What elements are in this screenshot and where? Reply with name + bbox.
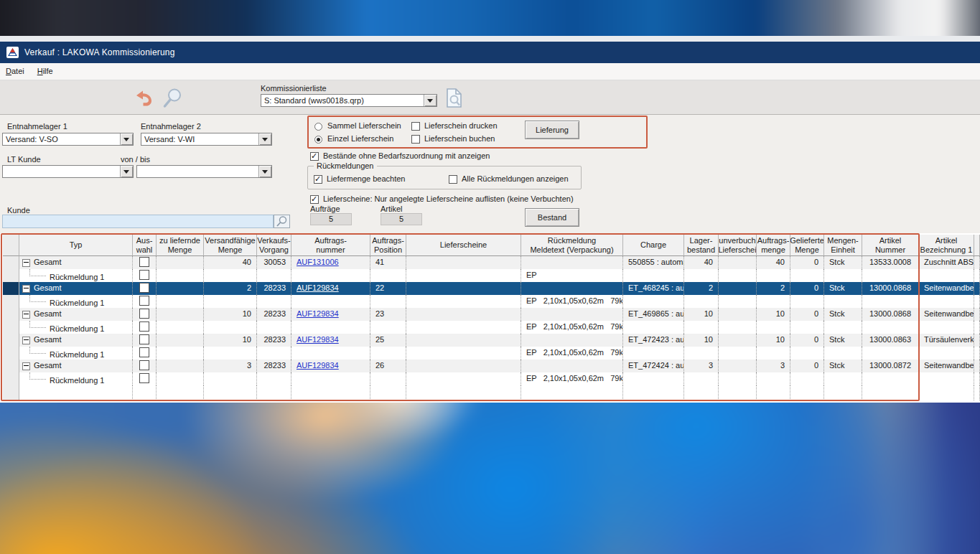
bestand-button[interactable]: Bestand — [525, 208, 579, 227]
kunde-search-button[interactable] — [274, 215, 290, 228]
cell-versand: 3 — [204, 360, 257, 372]
cell-liefers — [406, 372, 521, 385]
order-number-link[interactable]: AUF129834 — [297, 309, 339, 318]
lieferung-button[interactable]: Lieferung — [525, 121, 579, 139]
cell-vorgang — [257, 269, 291, 282]
chevron-down-icon[interactable] — [120, 166, 133, 177]
kommissionierliste-select[interactable]: S: Standard (wws0018s.qrp) — [261, 94, 437, 107]
entnahmelager2-select[interactable]: Versand: V-WI — [141, 133, 272, 146]
cell-pos: 25 — [370, 334, 406, 347]
cell-gutter — [3, 347, 19, 360]
column-header-meldetext[interactable]: Rückmeldung Meldetext (Verpackung) — [521, 235, 623, 256]
alle-rueckmeldungen-checkbox[interactable] — [449, 175, 457, 184]
cell-einheit — [824, 347, 862, 360]
row-checkbox[interactable] — [139, 347, 149, 357]
cell-charge: ET_472423 : auto — [623, 334, 684, 347]
print-preview-icon[interactable] — [445, 88, 464, 110]
undo-icon[interactable] — [134, 90, 154, 108]
cell-pos — [370, 269, 406, 282]
cell-artnr — [862, 321, 919, 334]
column-header-vorgang[interactable]: Verkaufs- Vorgang — [257, 235, 291, 256]
tree-collapse-icon[interactable] — [22, 259, 30, 267]
menu-datei[interactable]: Datei — [0, 65, 32, 78]
tree-collapse-icon[interactable] — [22, 311, 30, 319]
table-row[interactable]: Gesamt228233AUF12983422ET_468245 : auto2… — [3, 282, 980, 295]
filler-cell-versand — [204, 385, 257, 400]
filler-cell-geliefert — [790, 385, 824, 400]
column-header-unverb[interactable]: unverbuch Lieferschei — [719, 235, 757, 256]
einzel-lieferschein-radio[interactable] — [314, 136, 322, 144]
bestaende-checkbox[interactable] — [310, 152, 319, 161]
table-row[interactable]: Gesamt1028233AUF12983423ET_469865 : auto… — [3, 308, 980, 321]
row-checkbox[interactable] — [139, 257, 149, 267]
column-header-geliefert[interactable]: Gelieferte Menge — [790, 235, 824, 256]
lieferschein-drucken-checkbox[interactable] — [411, 122, 420, 131]
cell-lager: 10 — [684, 334, 719, 347]
order-number-link[interactable]: AUF129834 — [297, 361, 339, 370]
filler-cell-unverb — [719, 385, 757, 400]
table-row[interactable]: Rückmeldung 1EP 2,10x1,05x0,62m 79kg — [3, 347, 980, 360]
column-header-zu[interactable]: zu liefernde Menge — [157, 235, 204, 256]
chevron-down-icon[interactable] — [424, 95, 437, 106]
lieferscheine-checkbox[interactable] — [310, 195, 319, 204]
column-header-einheit[interactable]: Mengen- Einheit — [824, 235, 862, 256]
order-number-link[interactable]: AUF131006 — [297, 258, 339, 266]
column-header-auftrag[interactable]: Auftrags- nummer — [291, 235, 370, 256]
column-header-liefers[interactable]: Lieferscheine — [406, 235, 521, 256]
cell-artnr: 13000.0863 — [862, 334, 919, 347]
lt-kunde-von-select[interactable] — [2, 165, 134, 178]
column-header-typ[interactable]: Typ — [19, 235, 133, 256]
column-header-lager[interactable]: Lager- bestand — [684, 235, 719, 256]
table-row[interactable]: Rückmeldung 1EP 2,10x1,05x0,62m 79kg — [3, 321, 980, 334]
menu-hilfe[interactable]: Hilfe — [32, 65, 60, 78]
tree-collapse-icon[interactable] — [22, 285, 30, 293]
cell-vorgang — [257, 295, 291, 308]
search-icon[interactable] — [162, 88, 184, 111]
column-header-artnr[interactable]: Artikel Nummer — [862, 235, 919, 256]
tree-collapse-icon[interactable] — [22, 337, 30, 344]
table-row[interactable]: Rückmeldung 1EP 2,10x1,05x0,62m 79kg — [3, 372, 980, 385]
column-header-charge[interactable]: Charge — [623, 235, 684, 256]
chevron-down-icon[interactable] — [258, 133, 271, 145]
chevron-down-icon[interactable] — [258, 166, 271, 177]
lt-kunde-bis-select[interactable] — [136, 165, 272, 178]
einzel-lieferschein-label: Einzel Lieferschein — [327, 134, 393, 143]
cell-pos — [370, 321, 406, 334]
table-row[interactable]: Gesamt1028233AUF12983425ET_472423 : auto… — [3, 334, 980, 347]
table-row[interactable]: Gesamt4030053AUF13100641550855 : automat… — [3, 256, 980, 269]
titlebar: Verkauf : LAKOWA Kommissionierung — [0, 42, 980, 63]
table-row[interactable]: Gesamt328233AUF12983426ET_472424 : auto3… — [3, 360, 980, 372]
row-checkbox[interactable] — [139, 309, 149, 319]
cell-artnr: 13000.0868 — [862, 282, 919, 295]
chevron-down-icon[interactable] — [120, 133, 133, 145]
kunde-input[interactable] — [2, 215, 274, 228]
sammel-lieferschein-radio[interactable] — [314, 123, 322, 131]
column-header-edge[interactable] — [974, 235, 980, 256]
tree-collapse-icon[interactable] — [22, 362, 30, 370]
cell-bez — [919, 347, 974, 360]
order-number-link[interactable]: AUF129834 — [297, 283, 339, 292]
row-checkbox[interactable] — [139, 296, 149, 306]
column-header-bez[interactable]: Artikel Bezeichnung 1 — [919, 235, 974, 256]
entnahmelager1-select[interactable]: Versand: V-SO — [2, 133, 134, 146]
column-header-sel[interactable]: Aus- wahl — [133, 235, 157, 256]
alle-rueckmeldungen-label: Alle Rückmeldungen anzeigen — [462, 174, 569, 183]
row-checkbox[interactable] — [139, 270, 149, 280]
cell-amenge: 3 — [757, 360, 790, 372]
table-row[interactable]: Rückmeldung 1EP 2,10x1,05x0,62m 79kg — [3, 295, 980, 308]
row-checkbox[interactable] — [139, 360, 149, 370]
lt-kunde-label: LT Kunde — [7, 155, 41, 164]
entnahmelager2-label: Entnahmelager 2 — [141, 122, 201, 131]
row-checkbox[interactable] — [139, 283, 149, 293]
liefermenge-checkbox[interactable] — [314, 175, 322, 184]
table-row[interactable]: Rückmeldung 1EP — [3, 269, 980, 282]
cell-auftrag: AUF131006 — [291, 256, 370, 269]
row-checkbox[interactable] — [139, 334, 149, 344]
lieferschein-buchen-checkbox[interactable] — [411, 135, 420, 144]
order-number-link[interactable]: AUF129834 — [297, 335, 339, 344]
column-header-amenge[interactable]: Auftrags- menge — [757, 235, 790, 256]
column-header-versand[interactable]: Versandfähige Menge — [204, 235, 257, 256]
row-checkbox[interactable] — [139, 373, 149, 383]
row-checkbox[interactable] — [139, 321, 149, 332]
column-header-pos[interactable]: Auftrags- Position — [370, 235, 406, 256]
